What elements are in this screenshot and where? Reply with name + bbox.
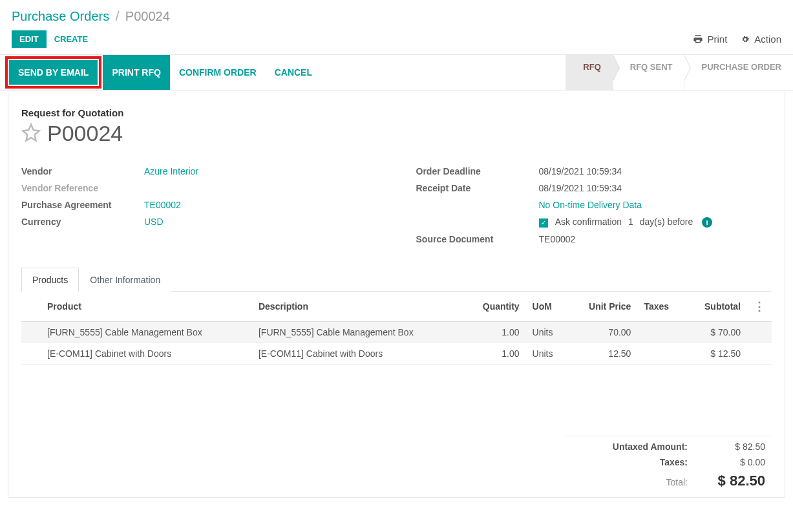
ask-confirmation-label: Ask confirmation [555, 217, 622, 227]
doc-subtitle: Request for Quotation [21, 107, 772, 118]
cell-unit-price: 70.00 [568, 322, 637, 343]
star-icon[interactable] [21, 123, 41, 144]
breadcrumb-separator: / [116, 9, 120, 23]
col-taxes[interactable]: Taxes [637, 292, 685, 322]
send-by-email-button[interactable]: SEND BY EMAIL [9, 60, 98, 85]
col-quantity[interactable]: Quantity [463, 292, 526, 322]
receipt-date-value: 08/19/2021 10:59:34 [539, 183, 772, 193]
col-unit-price[interactable]: Unit Price [568, 292, 637, 322]
col-subtotal[interactable]: Subtotal [685, 292, 747, 322]
cell-description: [E-COM11] Cabinet with Doors [252, 343, 463, 365]
gear-icon [740, 34, 750, 45]
ontime-delivery-link[interactable]: No On-time Delivery Data [539, 200, 772, 210]
source-document-label: Source Document [416, 234, 539, 244]
source-document-value: TE00002 [539, 234, 772, 244]
purchase-agreement-label: Purchase Agreement [21, 200, 144, 210]
column-options-icon[interactable]: ⋮ [754, 300, 765, 313]
taxes-label: Taxes: [584, 457, 688, 467]
ask-confirmation-days: 1 [628, 217, 633, 227]
action-label: Action [754, 34, 781, 45]
totals: Untaxed Amount: $ 82.50 Taxes: $ 0.00 To… [565, 436, 772, 497]
cell-uom: Units [526, 322, 568, 343]
total-value: $ 82.50 [714, 473, 765, 489]
untaxed-label: Untaxed Amount: [584, 442, 688, 452]
col-description[interactable]: Description [252, 292, 463, 322]
ask-confirmation-row: ✓ Ask confirmation 1 day(s) before i [539, 217, 772, 228]
cell-subtotal: $ 12.50 [685, 343, 747, 365]
cell-description: [FURN_5555] Cable Management Box [252, 322, 463, 343]
taxes-value: $ 0.00 [714, 457, 765, 467]
info-icon[interactable]: i [702, 217, 712, 228]
vendor-value[interactable]: Azure Interior [144, 166, 377, 176]
stage-rfq-sent[interactable]: RFQ SENT [613, 55, 684, 90]
stage-purchase-order[interactable]: PURCHASE ORDER [684, 55, 793, 90]
print-rfq-button[interactable]: PRINT RFQ [103, 55, 169, 90]
cell-taxes [637, 322, 685, 343]
col-product[interactable]: Product [41, 292, 252, 322]
control-panel: EDIT CREATE Print Action [0, 27, 793, 54]
vendor-label: Vendor [21, 166, 144, 176]
products-table: Product Description Quantity UoM Unit Pr… [21, 292, 772, 365]
stage-rfq[interactable]: RFQ [566, 55, 612, 90]
status-stages: RFQ RFQ SENT PURCHASE ORDER [566, 55, 793, 90]
breadcrumb-current: P00024 [125, 9, 170, 23]
print-label: Print [707, 34, 727, 45]
sheet: Request for Quotation P00024 Vendor Azur… [8, 90, 785, 498]
cell-product: [FURN_5555] Cable Management Box [41, 322, 252, 343]
cell-quantity: 1.00 [463, 322, 526, 343]
doc-name: P00024 [47, 121, 123, 146]
breadcrumb-root[interactable]: Purchase Orders [12, 9, 109, 23]
table-row[interactable]: [FURN_5555] Cable Management Box[FURN_55… [21, 322, 772, 343]
edit-button[interactable]: EDIT [12, 30, 47, 48]
currency-label: Currency [21, 217, 144, 227]
currency-value[interactable]: USD [144, 217, 377, 227]
ask-confirmation-checkbox[interactable]: ✓ [539, 218, 548, 228]
purchase-agreement-value[interactable]: TE00002 [144, 200, 377, 210]
cell-quantity: 1.00 [463, 343, 526, 365]
status-bar: SEND BY EMAIL PRINT RFQ CONFIRM ORDER CA… [0, 54, 793, 90]
print-icon [693, 34, 703, 45]
tab-products[interactable]: Products [21, 268, 79, 292]
highlight-send-by-email: SEND BY EMAIL [5, 56, 101, 89]
action-dropdown[interactable]: Action [740, 34, 781, 45]
cancel-button[interactable]: CANCEL [266, 55, 321, 90]
create-button[interactable]: CREATE [47, 30, 96, 48]
order-deadline-value: 08/19/2021 10:59:34 [539, 166, 772, 176]
cell-subtotal: $ 70.00 [685, 322, 747, 343]
tabs: Products Other Information [21, 267, 772, 292]
cell-product: [E-COM11] Cabinet with Doors [41, 343, 252, 365]
ask-confirmation-suffix: day(s) before [640, 217, 693, 227]
order-deadline-label: Order Deadline [416, 166, 539, 176]
col-uom[interactable]: UoM [526, 292, 568, 322]
fields-right: Order Deadline 08/19/2021 10:59:34 Recei… [416, 163, 772, 248]
untaxed-value: $ 82.50 [714, 442, 765, 452]
tab-other-information[interactable]: Other Information [79, 268, 171, 292]
confirm-order-button[interactable]: CONFIRM ORDER [170, 55, 266, 90]
cell-uom: Units [526, 343, 568, 365]
cell-unit-price: 12.50 [568, 343, 637, 365]
total-label: Total: [584, 477, 688, 487]
breadcrumb: Purchase Orders / P00024 [0, 0, 793, 27]
print-dropdown[interactable]: Print [693, 34, 727, 45]
fields-left: Vendor Azure Interior Vendor Reference P… [21, 163, 377, 248]
cell-taxes [637, 343, 685, 365]
receipt-date-label: Receipt Date [416, 183, 539, 193]
table-row[interactable]: [E-COM11] Cabinet with Doors[E-COM11] Ca… [21, 343, 772, 365]
vendor-ref-label: Vendor Reference [21, 183, 144, 193]
